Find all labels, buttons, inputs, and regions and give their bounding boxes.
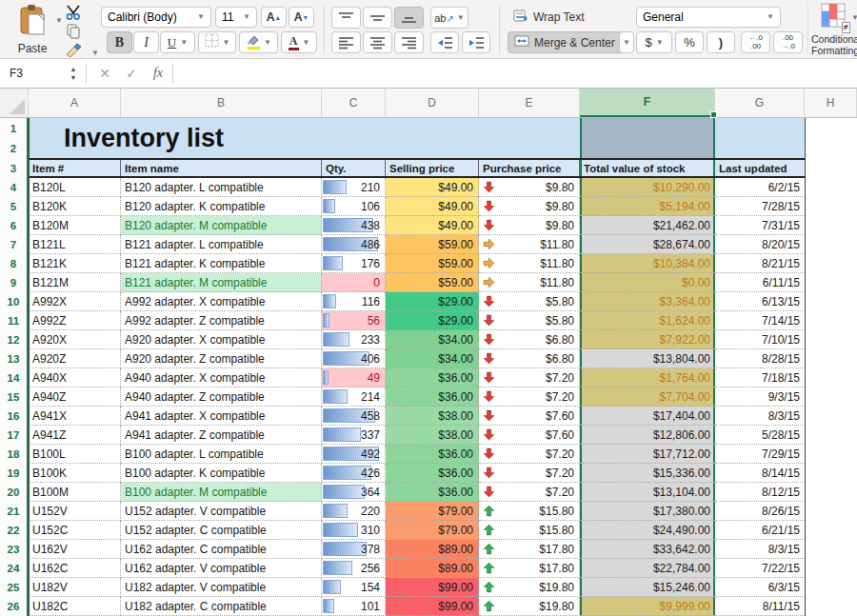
cell-selling-price[interactable]: $49.00 [386, 216, 479, 235]
bold-button[interactable]: B [107, 31, 132, 53]
cell-total-value[interactable]: $21,462.00 [580, 216, 715, 235]
align-top-button[interactable] [331, 7, 361, 29]
cell-qty[interactable]: 426 [322, 464, 386, 483]
align-center-button[interactable] [363, 31, 392, 53]
cell-selling-price[interactable]: $59.00 [386, 273, 479, 292]
cell-item-name[interactable]: U182 adapter. C compatible [121, 597, 322, 616]
cell-qty[interactable]: 0 [322, 273, 386, 292]
cancel-entry-icon[interactable]: ✕ [93, 59, 116, 88]
font-color-button[interactable]: A ▼ [281, 31, 317, 53]
cell-purchase-price[interactable]: $11.80 [479, 273, 580, 292]
row-header-10[interactable]: 10 [0, 292, 27, 311]
cell-total-value[interactable]: $1,764.00 [580, 368, 715, 387]
fill-color-button[interactable]: ▼ [239, 31, 278, 53]
cell-purchase-price[interactable]: $17.80 [479, 540, 580, 559]
cell-qty[interactable]: 256 [322, 559, 386, 578]
row-header-12[interactable]: 12 [0, 330, 27, 349]
row-header-13[interactable]: 13 [0, 349, 27, 368]
row-header-1[interactable]: 1 [0, 118, 27, 138]
cell-qty[interactable]: 378 [322, 540, 386, 559]
name-box-stepper[interactable]: ▲▼ [63, 59, 84, 88]
cell-total-value[interactable]: $17,712.00 [580, 445, 715, 464]
cell-purchase-price[interactable]: $17.80 [479, 559, 580, 578]
cell-selling-price[interactable]: $99.00 [386, 597, 479, 616]
cell-last-updated[interactable]: 6/11/15 [715, 273, 805, 292]
cell-qty[interactable]: 406 [322, 349, 386, 368]
cell-item-name[interactable]: A940 adapter. Z compatible [121, 387, 322, 407]
selection-fill-handle[interactable] [710, 111, 717, 118]
orientation-button[interactable]: ab↗▼ [430, 7, 468, 29]
row-header-16[interactable]: 16 [0, 407, 27, 426]
cell-item-name[interactable]: A920 adapter. Z compatible [121, 349, 322, 368]
cell-selling-price[interactable]: $36.00 [386, 464, 479, 483]
table-header-selling-price[interactable]: Selling price [386, 160, 479, 176]
comma-format-button[interactable]: ) [707, 31, 735, 53]
cell-total-value[interactable]: $12,806.00 [580, 426, 715, 445]
row-header-7[interactable]: 7 [0, 235, 27, 254]
cell-qty[interactable]: 214 [322, 387, 386, 407]
cell-qty[interactable]: 210 [322, 178, 386, 197]
row-header-4[interactable]: 4 [0, 178, 27, 197]
underline-button[interactable]: U▼ [160, 31, 195, 53]
cell-qty[interactable]: 56 [322, 311, 386, 330]
cell-item-name[interactable]: U162 adapter. C compatible [121, 540, 322, 559]
cell-qty[interactable]: 310 [322, 521, 386, 540]
cell-last-updated[interactable]: 7/14/15 [715, 311, 805, 330]
column-header-D[interactable]: D [386, 89, 479, 117]
cell-last-updated[interactable]: 8/12/15 [715, 483, 805, 502]
cell-qty[interactable]: 49 [322, 368, 386, 387]
cell-total-value[interactable]: $33,642.00 [580, 540, 715, 559]
row-header-26[interactable]: 26 [0, 597, 27, 616]
title-band-g[interactable] [715, 118, 805, 158]
conditional-formatting-caret[interactable]: ▼ [851, 14, 857, 22]
formula-input[interactable] [173, 59, 857, 88]
cell-selling-price[interactable]: $38.00 [386, 407, 479, 426]
copy-dropdown-caret[interactable]: ▼ [91, 50, 99, 57]
cell-item-name[interactable]: B121 adapter. L compatible [121, 235, 322, 254]
cell-total-value[interactable]: $17,404.00 [580, 407, 715, 426]
cell-item-number[interactable]: B100L [29, 445, 121, 464]
cell-selling-price[interactable]: $59.00 [386, 254, 479, 273]
cell-purchase-price[interactable]: $11.80 [479, 235, 580, 254]
cell-item-name[interactable]: A941 adapter. Z compatible [121, 426, 322, 445]
cell-item-number[interactable]: A992Z [29, 311, 121, 330]
cell-item-name[interactable]: B120 adapter. M compatible [121, 216, 322, 235]
align-left-button[interactable] [331, 31, 361, 53]
cell-purchase-price[interactable]: $7.60 [479, 426, 580, 445]
cell-selling-price[interactable]: $79.00 [386, 521, 479, 540]
confirm-entry-icon[interactable]: ✓ [120, 59, 143, 88]
cell-selling-price[interactable]: $36.00 [386, 483, 479, 502]
cell-total-value[interactable]: $15,336.00 [580, 464, 715, 483]
row-header-8[interactable]: 8 [0, 254, 27, 273]
cell-item-number[interactable]: B121L [29, 235, 121, 254]
row-header-22[interactable]: 22 [0, 521, 27, 540]
cell-last-updated[interactable]: 6/21/15 [715, 521, 805, 540]
select-all-corner[interactable] [0, 89, 29, 117]
row-header-21[interactable]: 21 [0, 502, 27, 521]
cell-purchase-price[interactable]: $7.20 [479, 445, 580, 464]
cell-last-updated[interactable]: 7/31/15 [715, 216, 805, 235]
cell-qty[interactable]: 337 [322, 426, 386, 445]
decrease-decimal-button[interactable]: .00→.0 [773, 31, 803, 53]
cell-selling-price[interactable]: $38.00 [386, 426, 479, 445]
conditional-formatting-button[interactable]: ≠ ▼ Conditional Formatting [811, 3, 855, 58]
borders-button[interactable]: ▼ [198, 31, 236, 53]
cell-last-updated[interactable]: 7/28/15 [715, 197, 805, 216]
table-header-qty-[interactable]: Qty. [322, 160, 386, 176]
cell-item-name[interactable]: A940 adapter. X compatible [121, 368, 322, 387]
cell-purchase-price[interactable]: $7.20 [479, 464, 580, 483]
row-header-24[interactable]: 24 [0, 559, 27, 578]
cell-selling-price[interactable]: $29.00 [386, 311, 479, 330]
cell-item-number[interactable]: A940X [29, 368, 121, 387]
cell-purchase-price[interactable]: $7.20 [479, 483, 580, 502]
cell-total-value[interactable]: $15,246.00 [580, 578, 715, 597]
cell-purchase-price[interactable]: $9.80 [479, 178, 580, 197]
cell-purchase-price[interactable]: $9.80 [479, 216, 580, 235]
cell-item-name[interactable]: B100 adapter. L compatible [121, 445, 322, 464]
cell-purchase-price[interactable]: $19.80 [479, 597, 580, 616]
cell-last-updated[interactable]: 8/3/15 [715, 540, 805, 559]
cell-item-name[interactable]: U152 adapter. V compatible [121, 502, 322, 521]
cell-selling-price[interactable]: $29.00 [386, 292, 479, 311]
row-header-14[interactable]: 14 [0, 368, 27, 387]
row-header-18[interactable]: 18 [0, 445, 27, 464]
